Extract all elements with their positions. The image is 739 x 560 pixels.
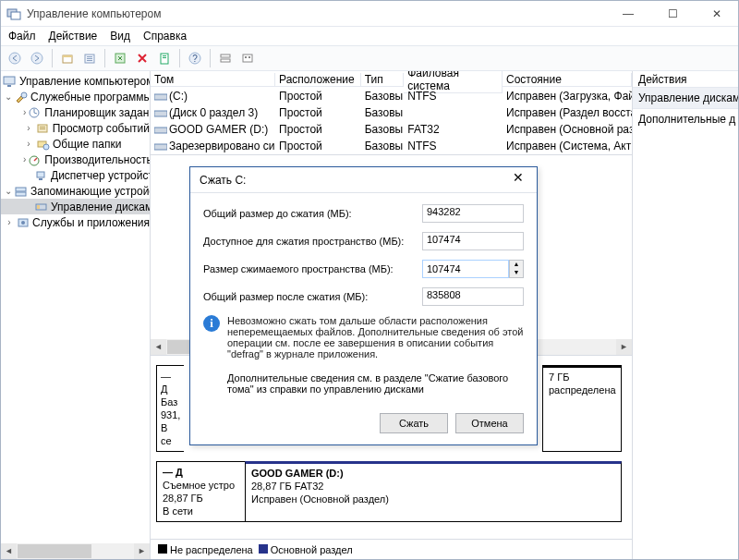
delete-button[interactable] — [132, 48, 152, 68]
shrink-input[interactable] — [422, 260, 509, 278]
svg-rect-26 — [40, 127, 45, 128]
cancel-button[interactable]: Отмена — [455, 413, 524, 433]
col-status[interactable]: Состояние — [503, 73, 632, 87]
svg-point-29 — [43, 144, 49, 150]
spin-up-button[interactable]: ▲ — [510, 261, 523, 269]
tree-root[interactable]: Управление компьютером (л — [1, 73, 150, 89]
close-button[interactable]: ✕ — [701, 7, 733, 20]
svg-rect-16 — [221, 55, 230, 57]
cell: Простой — [275, 123, 361, 136]
expand-icon[interactable]: › — [5, 217, 14, 227]
expand-icon[interactable]: › — [23, 123, 34, 133]
disk-row-1[interactable]: — Д Съемное устро 28,87 ГБ В сети GOOD G… — [156, 461, 622, 522]
table-row[interactable]: Зарезервировано системой Простой Базовый… — [151, 138, 632, 154]
cell: Простой — [275, 106, 361, 119]
window-title: Управление компьютером — [27, 7, 161, 20]
menubar: Файл Действие Вид Справка — [1, 27, 738, 45]
field-total-after: 835808 — [422, 287, 524, 306]
scroll-left-icon[interactable]: ◄ — [151, 339, 166, 355]
col-type[interactable]: Тип — [361, 73, 405, 87]
tree-group-storage[interactable]: ⌄ Запоминающие устройст — [1, 183, 150, 199]
menu-file[interactable]: Файл — [8, 30, 36, 43]
tree-group-services[interactable]: › Службы и приложения — [1, 214, 150, 230]
cell: NTFS — [404, 90, 503, 103]
cell: (Диск 0 раздел 3) — [169, 106, 258, 119]
actions-header: Действия — [633, 71, 738, 88]
settings-button[interactable] — [237, 48, 258, 68]
svg-rect-12 — [163, 55, 166, 56]
scroll-thumb[interactable] — [18, 544, 91, 558]
scroll-left-icon[interactable]: ◄ — [1, 543, 17, 559]
col-volume[interactable]: Том — [151, 73, 275, 87]
svg-rect-17 — [221, 59, 230, 62]
view-mode-button[interactable] — [215, 48, 236, 68]
partition-size: 7 ГБ — [549, 371, 569, 383]
grid-header: Том Расположение Тип Файловая система Со… — [151, 71, 632, 88]
info-block: i Невозможно сжать том дальше области ра… — [203, 315, 524, 359]
menu-view[interactable]: Вид — [110, 30, 130, 43]
storage-icon — [14, 185, 29, 198]
spin-buttons: ▲ ▼ — [509, 260, 524, 278]
menu-action[interactable]: Действие — [49, 30, 98, 43]
expand-icon[interactable]: › — [23, 154, 26, 164]
shrink-button[interactable]: Сжать — [380, 413, 448, 433]
legend: Не распределена Основной раздел — [151, 539, 632, 559]
tree-item-performance[interactable]: ›Производительность — [1, 152, 150, 167]
partition-state: распределена — [549, 384, 616, 396]
legend-swatch-unallocated — [158, 544, 167, 554]
cell: Простой — [275, 140, 361, 152]
label-total-after: Общий размер после сжатия (МБ): — [203, 291, 415, 302]
info-icon: i — [203, 315, 220, 332]
maximize-button[interactable]: ☐ — [657, 7, 688, 20]
up-button[interactable] — [57, 48, 78, 68]
tree-label: Диспетчер устройств — [51, 169, 151, 182]
svg-rect-8 — [87, 58, 92, 59]
properties-button[interactable] — [154, 48, 175, 68]
expand-icon[interactable]: › — [23, 107, 26, 117]
spin-down-button[interactable]: ▼ — [510, 269, 523, 277]
shrink-spinner: ▲ ▼ — [422, 260, 524, 278]
options-button[interactable] — [79, 48, 100, 68]
dialog-close-button[interactable]: ✕ — [503, 170, 533, 190]
minimize-button[interactable]: — — [612, 7, 644, 20]
actions-item[interactable]: Дополнительные д — [633, 109, 738, 129]
table-row[interactable]: GOOD GAMER (D:) Простой Базовый FAT32 Ис… — [151, 121, 632, 138]
svg-rect-21 — [4, 77, 15, 84]
volume-icon — [154, 126, 167, 135]
collapse-icon[interactable]: ⌄ — [5, 91, 12, 102]
help-button[interactable]: ? — [185, 48, 205, 68]
actions-item[interactable]: Управление дисками — [633, 88, 738, 109]
tree-item-device-manager[interactable]: Диспетчер устройств — [1, 167, 150, 183]
svg-rect-22 — [7, 85, 11, 87]
svg-rect-18 — [243, 55, 252, 62]
tree-label: Службы и приложения — [32, 216, 150, 229]
tree-item-task-scheduler[interactable]: ›Планировщик заданий — [1, 104, 150, 120]
col-layout[interactable]: Расположение — [275, 73, 361, 87]
tree-hscroll[interactable]: ◄ ► — [1, 543, 150, 559]
scroll-right-icon[interactable]: ► — [134, 543, 150, 559]
titlebar: Управление компьютером — ☐ ✕ — [1, 1, 738, 27]
svg-rect-34 — [16, 192, 26, 196]
partition[interactable]: GOOD GAMER (D:) 28,87 ГБ FAT32 Исправен … — [245, 461, 622, 522]
partition-unallocated[interactable]: 7 ГБ распределена — [542, 365, 622, 452]
tree-group-system-tools[interactable]: ⌄ Служебные программы — [1, 89, 150, 104]
field-total-before: 943282 — [422, 204, 524, 223]
collapse-icon[interactable]: ⌄ — [5, 186, 12, 196]
table-row[interactable]: (C:) Простой Базовый NTFS Исправен (Загр… — [151, 88, 632, 104]
services-icon — [16, 216, 30, 229]
txt: — Д — [163, 467, 183, 478]
nav-forward-button[interactable] — [27, 48, 47, 68]
expand-icon[interactable]: › — [23, 139, 34, 149]
tree-label: Планировщик заданий — [44, 106, 151, 119]
nav-back-button[interactable] — [5, 48, 25, 68]
refresh-button[interactable] — [110, 48, 130, 68]
tree-item-event-viewer[interactable]: ›Просмотр событий — [1, 120, 150, 136]
partition-size: 28,87 ГБ FAT32 — [251, 481, 323, 492]
tree-item-disk-management[interactable]: Управление дисками — [1, 199, 150, 214]
table-row[interactable]: (Диск 0 раздел 3) Простой Базовый Исправ… — [151, 104, 632, 121]
tree-item-shared-folders[interactable]: ›Общие папки — [1, 136, 150, 152]
svg-rect-36 — [37, 205, 40, 209]
menu-help[interactable]: Справка — [143, 30, 187, 43]
separator — [52, 49, 53, 67]
scroll-right-icon[interactable]: ► — [616, 339, 632, 355]
